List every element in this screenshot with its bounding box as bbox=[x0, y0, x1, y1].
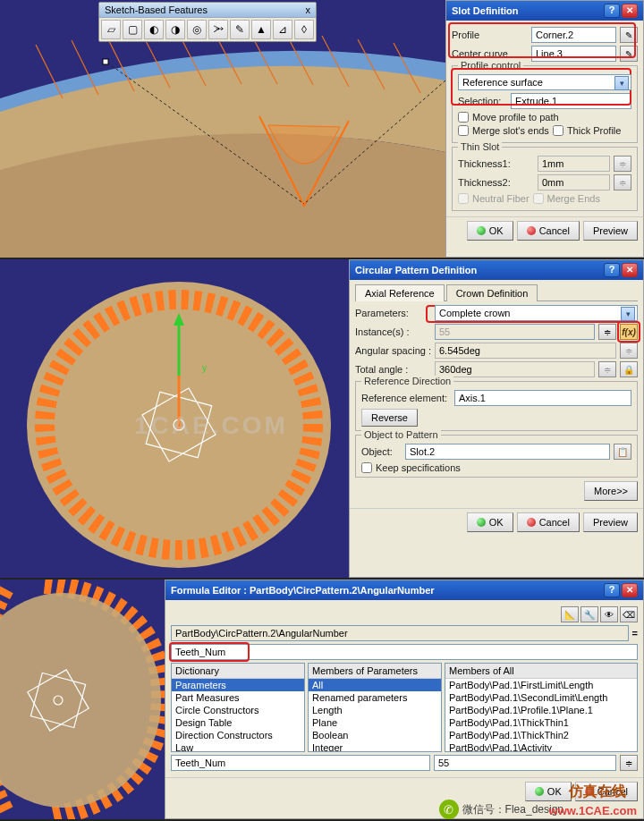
viewport-slot[interactable]: Sketch-Based Features x ▱ ▢ ◐ ◑ ◎ ⭃ ✎ ▲ … bbox=[0, 0, 445, 258]
viewport-formula[interactable] bbox=[0, 580, 165, 819]
list-item[interactable]: PartBody\Pad.1\FirstLimit\Length bbox=[445, 679, 637, 691]
cancel-button[interactable]: Cancel bbox=[517, 512, 580, 532]
ok-button[interactable]: OK bbox=[467, 512, 513, 532]
close-icon[interactable]: ✕ bbox=[622, 263, 638, 277]
angular-spacing-input: 6.545deg bbox=[435, 343, 616, 359]
ok-button[interactable]: OK bbox=[525, 782, 572, 801]
hole-icon[interactable]: ◎ bbox=[187, 20, 207, 39]
toolbar-title-text: Sketch-Based Features bbox=[105, 4, 208, 15]
list-item[interactable]: PartBody\Pad.1\SecondLimit\Length bbox=[445, 691, 637, 704]
reference-element-input[interactable]: Axis.1 bbox=[454, 390, 631, 406]
tab-crown-definition[interactable]: Crown Definition bbox=[446, 284, 538, 301]
object-input[interactable]: Slot.2 bbox=[405, 444, 610, 460]
preview-button[interactable]: Preview bbox=[583, 221, 638, 241]
rib-icon[interactable]: ⭃ bbox=[208, 20, 228, 39]
formula-graphic bbox=[0, 580, 165, 819]
list-item[interactable]: PartBody\Pad.1\Activity bbox=[445, 741, 637, 752]
list-item[interactable]: Direction Constructors bbox=[172, 729, 304, 741]
groove-icon[interactable]: ◑ bbox=[165, 20, 185, 39]
close-icon[interactable]: ✕ bbox=[622, 4, 638, 18]
pocket-icon[interactable]: ▢ bbox=[123, 20, 142, 39]
slot-icon[interactable]: ✎ bbox=[230, 20, 250, 39]
eraser-icon[interactable]: ⌫ bbox=[620, 606, 638, 622]
list-item[interactable]: Integer bbox=[309, 741, 441, 752]
profile-label: Profile bbox=[452, 30, 528, 40]
spinner-icon[interactable]: ≑ bbox=[620, 755, 638, 771]
spinner-icon: ≑ bbox=[614, 174, 631, 190]
thickness2-label: Thickness2: bbox=[458, 177, 534, 188]
more-button[interactable]: More>> bbox=[584, 481, 638, 501]
slot-definition-dialog: Slot Definition ? ✕ Profile Corner.2 ✎ C… bbox=[445, 0, 644, 258]
cancel-button[interactable]: Cancel bbox=[517, 221, 580, 241]
circ-titlebar[interactable]: Circular Pattern Definition ? ✕ bbox=[350, 260, 643, 280]
help-icon[interactable]: ? bbox=[604, 4, 620, 18]
toolbar-title[interactable]: Sketch-Based Features x bbox=[99, 3, 316, 18]
svg-rect-13 bbox=[103, 59, 108, 64]
list-item[interactable]: PartBody\Pad.1\Profile.1\Plane.1 bbox=[445, 704, 637, 716]
list-item[interactable]: All bbox=[309, 679, 441, 691]
thickness1-label: Thickness1: bbox=[458, 158, 534, 169]
merge-ends-checkbox: Merge Ends bbox=[533, 193, 600, 204]
sketch-features-toolbar[interactable]: Sketch-Based Features x ▱ ▢ ◐ ◑ ◎ ⭃ ✎ ▲ … bbox=[98, 2, 317, 42]
list-item[interactable]: Part Measures bbox=[172, 691, 304, 704]
tool-icon[interactable]: 🔧 bbox=[580, 606, 598, 622]
toolbar-close-icon[interactable]: x bbox=[306, 4, 311, 15]
list-item[interactable]: Circle Constructors bbox=[172, 704, 304, 716]
ok-button[interactable]: OK bbox=[467, 221, 513, 241]
list-item[interactable]: Parameters bbox=[172, 679, 304, 691]
instances-input[interactable]: 55 bbox=[435, 324, 595, 340]
profile-control-dropdown[interactable]: Reference surface bbox=[458, 74, 631, 90]
circ-title: Circular Pattern Definition bbox=[355, 265, 477, 275]
help-icon[interactable]: ? bbox=[604, 583, 620, 597]
preview-button[interactable]: Preview bbox=[583, 512, 638, 532]
pad-icon[interactable]: ▱ bbox=[101, 20, 121, 39]
formula-icon[interactable]: f(x) bbox=[620, 324, 638, 340]
list-item[interactable]: PartBody\Pad.1\ThickThin2 bbox=[445, 729, 637, 741]
formula-target-input[interactable]: PartBody\CircPattern.2\AngularNumber bbox=[171, 625, 629, 641]
stiffener-icon[interactable]: ▲ bbox=[251, 20, 271, 39]
formula-titlebar[interactable]: Formula Editor : PartBody\CircPattern.2\… bbox=[165, 580, 643, 600]
list-item[interactable]: Renamed parameters bbox=[309, 691, 441, 704]
tool-icon[interactable]: 👁 bbox=[600, 606, 618, 622]
list-item[interactable]: Boolean bbox=[309, 729, 441, 741]
sketch-icon[interactable]: ✎ bbox=[620, 46, 638, 62]
help-icon[interactable]: ? bbox=[604, 263, 620, 277]
spinner-icon[interactable]: ≑ bbox=[598, 324, 616, 340]
shaft-icon[interactable]: ◐ bbox=[144, 20, 164, 39]
solid-combine-icon[interactable]: ⊿ bbox=[273, 20, 292, 39]
multi-sections-icon[interactable]: ◊ bbox=[294, 20, 314, 39]
viewport-circular[interactable]: y 1CAE.COM bbox=[0, 259, 349, 578]
list-item[interactable]: Design Table bbox=[172, 716, 304, 729]
close-icon[interactable]: ✕ bbox=[622, 583, 638, 597]
sketch-icon[interactable]: ✎ bbox=[620, 27, 638, 43]
members-all-listbox[interactable]: Members of All PartBody\Pad.1\FirstLimit… bbox=[445, 663, 638, 752]
tool-icon[interactable]: 📐 bbox=[561, 606, 579, 622]
reverse-button[interactable]: Reverse bbox=[361, 409, 418, 427]
move-profile-checkbox[interactable]: Move profile to path bbox=[458, 112, 631, 123]
keep-specs-checkbox[interactable]: Keep specifications bbox=[361, 462, 631, 473]
tab-axial-reference[interactable]: Axial Reference bbox=[355, 284, 445, 301]
slot-titlebar[interactable]: Slot Definition ? ✕ bbox=[446, 1, 643, 21]
members-params-listbox[interactable]: Members of Parameters AllRenamed paramet… bbox=[308, 663, 442, 752]
formula-expression-input[interactable]: Teeth_Num bbox=[171, 644, 638, 660]
wechat-icon: ✆ bbox=[439, 800, 459, 819]
parameters-dropdown[interactable]: Complete crown bbox=[435, 305, 638, 321]
members-params-header: Members of Parameters bbox=[309, 664, 441, 679]
list-item[interactable]: Length bbox=[309, 704, 441, 716]
lock-icon[interactable]: 🔒 bbox=[620, 361, 638, 377]
formula-title: Formula Editor : PartBody\CircPattern.2\… bbox=[171, 585, 435, 596]
list-icon[interactable]: 📋 bbox=[614, 444, 631, 460]
merge-slots-checkbox[interactable]: Merge slot's ends bbox=[458, 125, 549, 136]
list-item[interactable]: Plane bbox=[309, 716, 441, 729]
selection-input[interactable]: Extrude.1 bbox=[511, 93, 631, 109]
list-item[interactable]: PartBody\Pad.1\ThickThin1 bbox=[445, 716, 637, 729]
center-curve-label: Center curve bbox=[452, 48, 528, 59]
param-name-input[interactable]: Teeth_Num bbox=[171, 755, 430, 771]
profile-input[interactable]: Corner.2 bbox=[531, 27, 616, 43]
list-item[interactable]: Law bbox=[172, 741, 304, 752]
thick-profile-checkbox[interactable]: Thick Profile bbox=[553, 125, 622, 136]
angular-spacing-label: Angular spacing : bbox=[355, 345, 431, 356]
param-value-input[interactable]: 55 bbox=[434, 755, 616, 771]
center-curve-input[interactable]: Line.3 bbox=[531, 46, 616, 62]
dictionary-listbox[interactable]: Dictionary ParametersPart MeasuresCircle… bbox=[171, 663, 305, 752]
